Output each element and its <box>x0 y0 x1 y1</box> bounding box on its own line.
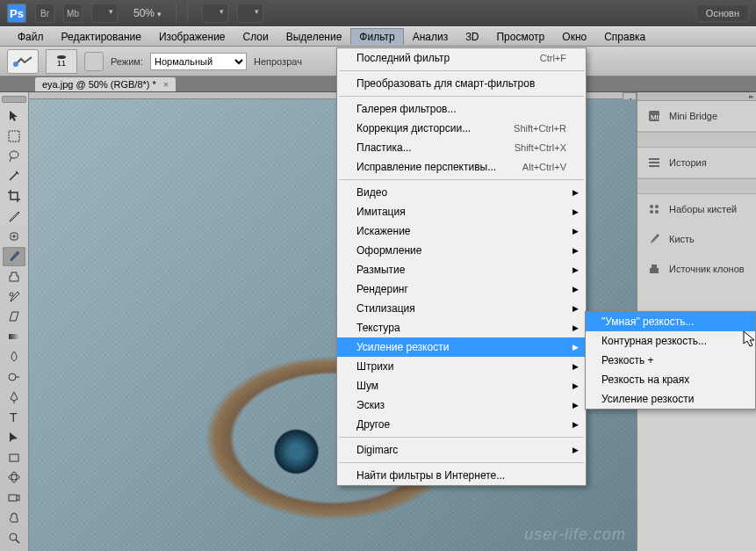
menu-слои[interactable]: Слои <box>234 28 277 46</box>
menu-item-label: Рендеринг <box>356 283 408 295</box>
menu-item[interactable]: Пластика...Shift+Ctrl+X <box>337 138 586 157</box>
menu-item-label: Другое <box>356 418 390 431</box>
menu-item-label: Текстура <box>356 322 400 334</box>
menu-item[interactable]: Исправление перспективы...Alt+Ctrl+V <box>337 157 586 177</box>
panel-tab-brush-presets[interactable]: Наборы кистей <box>637 194 756 224</box>
menu-item[interactable]: Рендеринг▶ <box>337 279 586 299</box>
zoom-level-display[interactable]: 50% <box>133 7 162 19</box>
menu-item-label: Искажение <box>356 225 411 237</box>
submenu-item[interactable]: "Умная" резкость... <box>586 312 755 331</box>
menu-редактирование[interactable]: Редактирование <box>53 28 150 46</box>
menu-item[interactable]: Оформление▶ <box>337 241 586 260</box>
submenu-item[interactable]: Контурная резкость... <box>586 331 755 351</box>
svg-text:Mb: Mb <box>651 113 661 121</box>
menu-item[interactable]: Стилизация▶ <box>337 299 586 318</box>
lasso-tool[interactable] <box>3 147 25 166</box>
menu-shortcut: Shift+Ctrl+X <box>515 142 566 153</box>
screen-mode-selector[interactable] <box>91 4 118 23</box>
menu-shortcut: Ctrl+F <box>540 53 566 63</box>
panel-tab-clone-source[interactable]: Источник клонов <box>637 254 756 284</box>
svg-point-4 <box>10 293 13 296</box>
menu-item[interactable]: Найти фильтры в Интернете... <box>337 466 586 485</box>
eraser-tool[interactable] <box>3 308 25 327</box>
submenu-arrow-icon: ▶ <box>572 188 579 197</box>
menu-item[interactable]: Усиление резкости▶ <box>337 337 586 357</box>
menu-item[interactable]: Шум▶ <box>337 376 586 395</box>
crop-tool[interactable] <box>3 186 25 206</box>
submenu-item[interactable]: Усиление резкости <box>586 389 755 409</box>
hand-tool[interactable] <box>3 508 25 527</box>
magic-wand-tool[interactable] <box>3 167 25 186</box>
submenu-item[interactable]: Резкость + <box>586 351 755 370</box>
menu-item[interactable]: Последний фильтрCtrl+F <box>337 48 586 68</box>
arrange-documents-selector[interactable] <box>202 4 228 23</box>
menu-просмотр[interactable]: Просмотр <box>487 28 553 46</box>
workspace-switcher-button[interactable]: Основн <box>696 4 749 22</box>
blur-tool[interactable] <box>3 347 25 366</box>
menu-item[interactable]: Другое▶ <box>337 415 586 434</box>
svg-text:T: T <box>10 410 18 424</box>
menu-анализ[interactable]: Анализ <box>404 28 457 46</box>
menu-item[interactable]: Эскиз▶ <box>337 395 586 415</box>
submenu-arrow-icon: ▶ <box>572 265 579 274</box>
rectangle-tool[interactable] <box>3 448 25 468</box>
submenu-item[interactable]: Резкость на краях <box>586 370 755 389</box>
mini-bridge-launch-button[interactable]: Mb <box>63 4 83 23</box>
dodge-tool[interactable] <box>3 367 25 387</box>
svg-point-10 <box>11 472 17 482</box>
menu-item[interactable]: Искажение▶ <box>337 221 586 241</box>
zoom-tool[interactable] <box>3 528 25 547</box>
clone-stamp-tool[interactable] <box>3 267 25 286</box>
pen-tool[interactable] <box>3 388 25 407</box>
menu-item[interactable]: Видео▶ <box>337 183 586 202</box>
menu-item[interactable]: Текстура▶ <box>337 318 586 337</box>
extras-selector[interactable] <box>237 4 263 23</box>
menu-выделение[interactable]: Выделение <box>277 28 351 46</box>
submenu-arrow-icon: ▶ <box>572 323 579 332</box>
menu-item[interactable]: Галерея фильтров... <box>337 99 586 119</box>
history-brush-tool[interactable] <box>3 287 25 307</box>
document-tab[interactable]: eya.jpg @ 50% (RGB/8*) * × <box>35 77 176 91</box>
menu-файл[interactable]: Файл <box>9 28 53 46</box>
bridge-launch-button[interactable]: Br <box>35 4 54 23</box>
menu-item-label: Эскиз <box>356 399 385 411</box>
move-tool[interactable] <box>3 106 25 126</box>
healing-brush-tool[interactable] <box>3 227 25 246</box>
tool-preset-picker[interactable] <box>7 49 39 74</box>
toolbox-collapse-handle[interactable] <box>2 96 26 103</box>
menu-item[interactable]: Digimarc▶ <box>337 440 586 460</box>
opacity-label: Непрозрач <box>254 56 302 67</box>
menu-3d[interactable]: 3D <box>457 28 487 46</box>
menu-item[interactable]: Имитация▶ <box>337 202 586 221</box>
photoshop-logo-icon: Ps <box>7 4 26 23</box>
menu-окно[interactable]: Окно <box>553 28 595 46</box>
menu-изображение[interactable]: Изображение <box>150 28 234 46</box>
panel-collapse-button[interactable] <box>637 92 756 101</box>
type-tool[interactable]: T <box>3 408 25 427</box>
menu-фильтр[interactable]: Фильтр <box>350 28 403 45</box>
menu-справка[interactable]: Справка <box>595 28 654 46</box>
brush-preset-picker[interactable]: 11 <box>46 49 77 74</box>
sharpen-submenu: "Умная" резкость...Контурная резкость...… <box>585 311 756 410</box>
3d-camera-tool[interactable] <box>3 488 25 507</box>
menu-item-label: Оформление <box>356 244 421 257</box>
marquee-tool[interactable] <box>3 127 25 146</box>
panel-tab-mini-bridge[interactable]: Mb Mini Bridge <box>637 101 756 132</box>
panel-tab-history[interactable]: История <box>637 148 756 178</box>
eyedropper-tool[interactable] <box>3 207 25 226</box>
gradient-tool[interactable] <box>3 327 25 346</box>
brush-tool[interactable] <box>3 247 25 266</box>
submenu-arrow-icon: ▶ <box>572 285 579 294</box>
brush-panel-toggle[interactable] <box>84 52 104 71</box>
menu-separator <box>339 437 584 438</box>
panel-tab-brush[interactable]: Кисть <box>637 224 756 254</box>
blend-mode-select[interactable]: Нормальный <box>150 53 247 70</box>
menu-item[interactable]: Штрихи▶ <box>337 357 586 376</box>
menu-item[interactable]: Преобразовать для смарт-фильтров <box>337 74 586 93</box>
path-selection-tool[interactable] <box>3 428 25 447</box>
menu-item[interactable]: Размытие▶ <box>337 260 586 279</box>
close-tab-icon[interactable]: × <box>163 79 169 90</box>
menu-item[interactable]: Коррекция дисторсии...Shift+Ctrl+R <box>337 119 586 138</box>
svg-rect-8 <box>10 454 18 461</box>
3d-rotate-tool[interactable] <box>3 468 25 487</box>
